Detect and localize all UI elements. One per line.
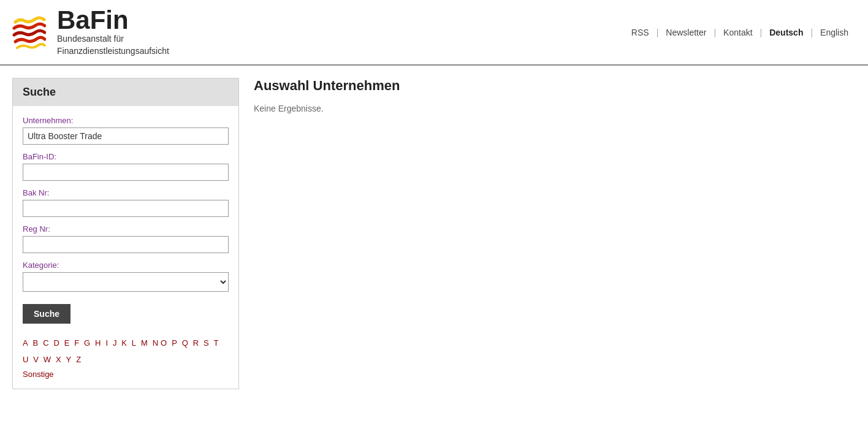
bafin-logo-icon <box>12 15 46 50</box>
alpha-W[interactable]: W <box>44 352 51 368</box>
alpha-Y[interactable]: Y <box>66 352 72 368</box>
sonstige-link[interactable]: Sonstige <box>23 370 229 379</box>
bafin-id-label: BaFin-ID: <box>23 152 229 161</box>
alpha-J[interactable]: J <box>113 336 117 351</box>
logo-text: BaFin Bundesanstalt für Finanzdienstleis… <box>57 7 169 57</box>
nav-deutsch[interactable]: Deutsch <box>762 28 810 37</box>
alpha-L[interactable]: L <box>132 336 136 351</box>
alpha-H[interactable]: H <box>95 336 101 351</box>
alpha-S[interactable]: S <box>204 336 209 351</box>
kategorie-select[interactable] <box>23 272 229 292</box>
logo-bafin-name: BaFin <box>57 7 169 33</box>
search-button[interactable]: Suche <box>23 304 70 324</box>
alpha-I[interactable]: I <box>105 336 108 351</box>
alpha-C[interactable]: C <box>43 336 48 351</box>
reg-nr-field-group: Reg Nr: <box>23 224 229 253</box>
alpha-M[interactable]: M <box>141 336 148 351</box>
reg-nr-input[interactable] <box>23 236 229 253</box>
alpha-A[interactable]: A <box>23 336 28 351</box>
alpha-X[interactable]: X <box>56 352 61 368</box>
alpha-Q[interactable]: Q <box>182 336 188 351</box>
sidebar-title: Suche <box>13 78 238 106</box>
bafin-id-input[interactable] <box>23 164 229 181</box>
alpha-P[interactable]: P <box>172 336 177 351</box>
logo-subtitle: Bundesanstalt für Finanzdienstleistungsa… <box>57 33 169 57</box>
nav-rss[interactable]: RSS <box>624 28 657 37</box>
unternehmen-input[interactable] <box>23 127 229 145</box>
bafin-id-field-group: BaFin-ID: <box>23 152 229 181</box>
alpha-R[interactable]: R <box>193 336 199 351</box>
unternehmen-field-group: Unternehmen: <box>23 116 229 145</box>
alphabet-section: A B C D E F G H I <box>23 336 229 378</box>
header: BaFin Bundesanstalt für Finanzdienstleis… <box>0 0 868 66</box>
nav-english[interactable]: English <box>813 28 856 37</box>
alpha-O[interactable]: O <box>161 336 167 351</box>
nav-newsletter[interactable]: Newsletter <box>658 28 714 37</box>
kategorie-field-group: Kategorie: <box>23 261 229 292</box>
alpha-K[interactable]: K <box>121 336 127 351</box>
bak-nr-label: Bak Nr: <box>23 188 229 197</box>
bak-nr-input[interactable] <box>23 200 229 217</box>
sidebar-body: Unternehmen: BaFin-ID: Bak Nr: Reg Nr: K… <box>13 106 238 388</box>
alphabet-links: A B C D E F G H I <box>23 336 229 368</box>
alpha-T[interactable]: T <box>214 336 219 351</box>
alpha-Z[interactable]: Z <box>76 352 81 368</box>
top-navigation: RSS | Newsletter | Kontakt | Deutsch | E… <box>624 28 856 37</box>
alpha-N[interactable]: N <box>153 336 158 351</box>
alpha-U[interactable]: U <box>23 352 28 368</box>
alpha-B[interactable]: B <box>33 336 39 351</box>
content-title: Auswahl Unternehmen <box>254 78 841 94</box>
kategorie-label: Kategorie: <box>23 261 229 270</box>
alpha-G[interactable]: G <box>84 336 90 351</box>
main-container: Suche Unternehmen: BaFin-ID: Bak Nr: Reg… <box>0 66 868 401</box>
content-area: Auswahl Unternehmen Keine Ergebnisse. <box>239 78 856 389</box>
bak-nr-field-group: Bak Nr: <box>23 188 229 217</box>
reg-nr-label: Reg Nr: <box>23 224 229 234</box>
sidebar: Suche Unternehmen: BaFin-ID: Bak Nr: Reg… <box>12 78 239 389</box>
alpha-V[interactable]: V <box>33 352 39 368</box>
no-results-text: Keine Ergebnisse. <box>254 104 841 113</box>
logo-area: BaFin Bundesanstalt für Finanzdienstleis… <box>12 7 169 57</box>
alpha-F[interactable]: F <box>74 336 79 351</box>
unternehmen-label: Unternehmen: <box>23 116 229 125</box>
nav-kontakt[interactable]: Kontakt <box>716 28 760 37</box>
alpha-E[interactable]: E <box>64 336 70 351</box>
alpha-D[interactable]: D <box>53 336 59 351</box>
